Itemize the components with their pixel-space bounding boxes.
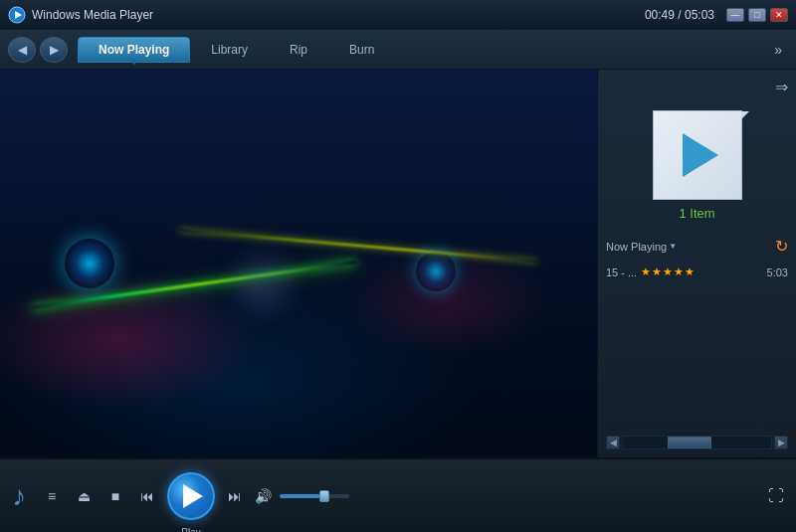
eject-button[interactable]: ⏏ — [72, 484, 96, 508]
viz-glow-2 — [416, 252, 456, 291]
previous-button[interactable]: ⏮ — [135, 484, 159, 508]
viz-center-blur — [223, 244, 302, 323]
volume-slider[interactable] — [280, 494, 349, 498]
scroll-track[interactable] — [622, 436, 772, 449]
wmp-icon — [8, 6, 26, 24]
maximize-button[interactable]: □ — [748, 8, 766, 22]
album-art-container: 1 Item — [606, 102, 788, 229]
tab-burn[interactable]: Burn — [328, 37, 395, 63]
volume-thumb — [319, 490, 329, 502]
play-button[interactable] — [167, 472, 215, 520]
window-controls: — □ ✕ — [726, 8, 788, 22]
expand-tabs-button[interactable]: » — [768, 42, 788, 58]
playback-time: 00:49 / 05:03 — [645, 8, 714, 22]
nav-bar: ◀ ▶ Now Playing Library Rip Burn » — [0, 30, 796, 70]
now-playing-row: Now Playing ▼ ↻ — [606, 235, 788, 258]
tab-rip[interactable]: Rip — [269, 37, 328, 63]
play-icon — [183, 484, 203, 508]
forward-button[interactable]: ▶ — [40, 37, 68, 63]
panel-arrow-icon[interactable]: ⇒ — [775, 78, 788, 96]
track-row: 15 - ... ★ ★ ★ ★ ★ 5:03 — [606, 264, 788, 280]
tab-library[interactable]: Library — [190, 37, 269, 63]
stop-button[interactable]: ■ — [103, 484, 127, 508]
track-label: 15 - ... — [606, 266, 637, 278]
star-2: ★ — [652, 266, 662, 278]
play-button-container: Play — [167, 472, 215, 520]
visualization-area — [0, 70, 597, 457]
music-note-icon[interactable]: ♪ — [12, 480, 26, 512]
panel-scrollbar: ◀ ▶ — [606, 436, 788, 449]
scroll-left-button[interactable]: ◀ — [606, 436, 620, 449]
star-3: ★ — [663, 266, 673, 278]
nav-tabs: Now Playing Library Rip Burn — [78, 37, 764, 63]
tab-now-playing[interactable]: Now Playing — [78, 37, 190, 63]
control-bar: ♪ ≡ ⏏ ■ ⏮ Play ⏭ 🔊 ⛶ — [0, 457, 796, 532]
right-panel: ⇒ 1 Item Now Playing ▼ ↻ 15 - ... ★ ★ ★ … — [597, 70, 796, 457]
dropdown-arrow-icon: ▼ — [669, 242, 677, 251]
volume-icon[interactable]: 🔊 — [255, 488, 272, 504]
scroll-thumb — [668, 437, 712, 448]
viz-glow-1 — [65, 239, 114, 288]
item-count: 1 Item — [679, 206, 714, 221]
title-bar: Windows Media Player 00:49 / 05:03 — □ ✕ — [0, 0, 796, 30]
now-playing-dropdown[interactable]: Now Playing ▼ — [606, 241, 677, 253]
window-title: Windows Media Player — [32, 8, 645, 22]
star-5: ★ — [685, 266, 695, 278]
track-duration: 5:03 — [767, 266, 788, 278]
play-tooltip: Play — [181, 527, 200, 533]
back-button[interactable]: ◀ — [8, 37, 36, 63]
close-button[interactable]: ✕ — [770, 8, 788, 22]
fullscreen-icon[interactable]: ⛶ — [768, 487, 784, 505]
main-area: ⇒ 1 Item Now Playing ▼ ↻ 15 - ... ★ ★ ★ … — [0, 70, 796, 457]
scroll-right-button[interactable]: ▶ — [774, 436, 788, 449]
play-triangle-icon — [683, 133, 718, 177]
refresh-icon[interactable]: ↻ — [775, 237, 788, 256]
playlist-button[interactable]: ≡ — [40, 484, 64, 508]
star-rating[interactable]: ★ ★ ★ ★ ★ — [641, 266, 695, 278]
minimize-button[interactable]: — — [726, 8, 744, 22]
next-button[interactable]: ⏭ — [223, 484, 247, 508]
panel-header: ⇒ — [606, 78, 788, 96]
star-1: ★ — [641, 266, 651, 278]
album-art — [653, 110, 742, 200]
star-4: ★ — [674, 266, 684, 278]
